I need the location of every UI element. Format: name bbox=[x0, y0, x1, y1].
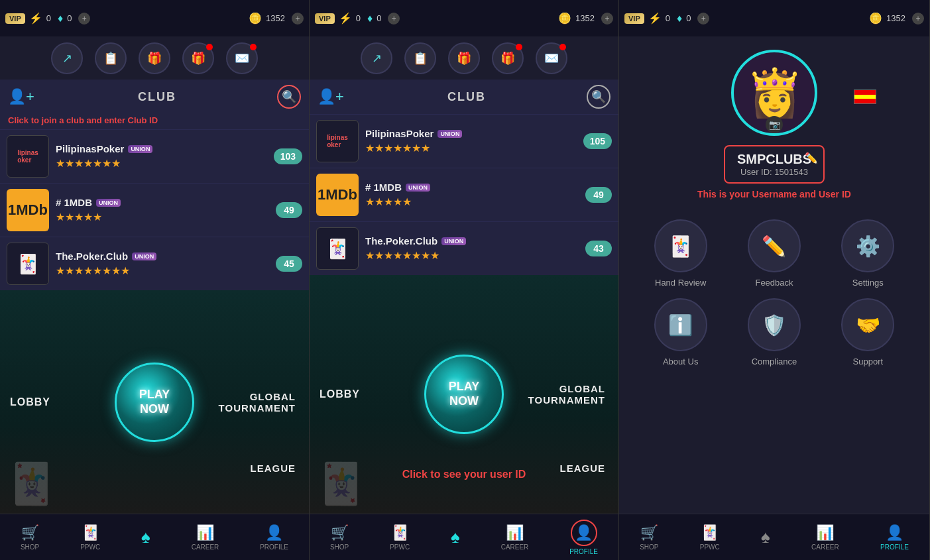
gem-count-2: 0 bbox=[377, 13, 381, 23]
spade-icon-3: ♠ bbox=[761, 527, 770, 547]
profile-icon-3: 👤 bbox=[886, 524, 903, 541]
lobby-label-2[interactable]: LOBBY bbox=[320, 388, 360, 400]
top-bar-2: VIP ⚡ 0 ♦ 0 + 🪙 1352 + bbox=[310, 0, 618, 36]
lobby-label-1[interactable]: LOBBY bbox=[10, 396, 50, 408]
gift-btn-2[interactable]: 🎁 bbox=[448, 42, 480, 74]
nav-career-3[interactable]: 📊 CAREER bbox=[811, 524, 839, 551]
club-item-poker-1[interactable]: 🃏 The.Poker.Club UNION ★★★★★★★★ 45 bbox=[0, 237, 309, 290]
league-label-1[interactable]: LEAGUE bbox=[250, 463, 296, 474]
nav-profile-2[interactable]: 👤 PROFILE bbox=[569, 520, 598, 555]
avatar-circle[interactable]: 👸 📷 bbox=[731, 50, 817, 136]
nav-spade-2[interactable]: ♠ bbox=[451, 527, 460, 547]
menu-feedback[interactable]: ✏️ Feedback bbox=[732, 219, 815, 288]
nav-career-2[interactable]: 📊 CAREER bbox=[501, 524, 529, 551]
gem-count-1: 0 bbox=[67, 13, 72, 23]
nav-shop-1[interactable]: 🛒 SHOP bbox=[21, 524, 39, 551]
club-stars-1mdb-1: ★★★★★ bbox=[56, 211, 276, 223]
lightning-icon-3: ⚡ bbox=[648, 12, 662, 25]
club-stars-poker-1: ★★★★★★★★ bbox=[56, 264, 276, 277]
coin-plus-btn-3[interactable]: + bbox=[912, 13, 924, 25]
nav-shop-label-3: SHOP bbox=[640, 543, 658, 551]
nav-profile-3[interactable]: 👤 PROFILE bbox=[880, 524, 909, 551]
play-now-btn-1[interactable]: PLAYNOW bbox=[115, 363, 194, 442]
nav-ppwc-2[interactable]: 🃏 PPWC bbox=[390, 524, 410, 551]
search-btn-1[interactable]: 🔍 bbox=[277, 85, 301, 109]
gem-plus-btn-3[interactable]: + bbox=[697, 13, 709, 25]
coin-plus-btn-1[interactable]: + bbox=[292, 13, 304, 25]
avatar-queen-icon: 👸 bbox=[746, 70, 803, 116]
nav-ppwc-label-2: PPWC bbox=[390, 543, 410, 551]
club-header-1: 👤+ CLUB 🔍 bbox=[0, 80, 309, 114]
nav-spade-3[interactable]: ♠ bbox=[761, 527, 770, 547]
nav-shop-2[interactable]: 🛒 SHOP bbox=[330, 524, 349, 551]
club-logo-pilipinas-2: lipinasoker bbox=[316, 120, 359, 162]
club-item-pilipinas-2[interactable]: lipinasoker PilipinasPoker UNION ★★★★★★★… bbox=[310, 114, 618, 168]
vip-badge-1[interactable]: VIP bbox=[5, 13, 25, 24]
coin-plus-btn-2[interactable]: + bbox=[601, 13, 613, 25]
panel-1: VIP ⚡ 0 ♦ 0 + 🪙 1352 + ↗ 📋 🎁 🎁 ✉️ 👤+ CLU… bbox=[0, 0, 310, 560]
nav-shop-3[interactable]: 🛒 SHOP bbox=[640, 524, 658, 551]
vip-badge-2[interactable]: VIP bbox=[315, 13, 335, 24]
menu-compliance[interactable]: 🛡️ Compliance bbox=[732, 298, 815, 366]
username-box[interactable]: SMPCLUBS User ID: 1501543 ✏️ bbox=[724, 145, 825, 184]
calendar-btn-1[interactable]: 📋 bbox=[95, 42, 127, 74]
club-list-1: lipinasoker PilipinasPoker UNION ★★★★★★★… bbox=[0, 129, 309, 290]
search-btn-2[interactable]: 🔍 bbox=[587, 85, 610, 109]
settings-label: Settings bbox=[852, 278, 884, 288]
club-item-1mdb-1[interactable]: 1MDb # 1MDB UNION ★★★★★ 49 bbox=[0, 183, 309, 237]
club-count-pilipinas-1: 103 bbox=[274, 148, 302, 164]
gift-btn-1[interactable]: 🎁 bbox=[139, 42, 170, 74]
mail-btn-2[interactable]: ✉️ bbox=[536, 42, 567, 74]
shop-icon-1: 🛒 bbox=[21, 524, 39, 541]
nav-career-1[interactable]: 📊 CAREER bbox=[192, 524, 219, 551]
career-icon-3: 📊 bbox=[816, 524, 834, 541]
menu-hand-review[interactable]: 🃏 Hand Review bbox=[639, 219, 722, 288]
about-us-label: About Us bbox=[663, 357, 698, 366]
share-btn-2[interactable]: ↗ bbox=[361, 42, 392, 74]
global-label-1[interactable]: GLOBALTOURNAMENT bbox=[219, 391, 296, 414]
profile-highlight-circle: 👤 bbox=[571, 520, 597, 546]
club-count-poker-1: 45 bbox=[276, 256, 302, 272]
club-item-poker-2[interactable]: 🃏 The.Poker.Club UNION ★★★★★★★★ 43 bbox=[310, 221, 618, 275]
play-now-text-2: PLAYNOW bbox=[449, 380, 479, 408]
play-now-btn-2[interactable]: PLAYNOW bbox=[424, 355, 504, 434]
camera-icon[interactable]: 📷 bbox=[766, 116, 783, 133]
gem-plus-btn-1[interactable]: + bbox=[78, 13, 90, 25]
share-btn-1[interactable]: ↗ bbox=[51, 42, 83, 74]
spade-icon-2: ♠ bbox=[451, 527, 460, 547]
club-list-2: lipinasoker PilipinasPoker UNION ★★★★★★★… bbox=[310, 114, 618, 275]
club-item-pilipinas-1[interactable]: lipinasoker PilipinasPoker UNION ★★★★★★★… bbox=[0, 129, 309, 183]
country-flag bbox=[854, 89, 876, 104]
menu-settings[interactable]: ⚙️ Settings bbox=[827, 219, 909, 288]
nav-spade-1[interactable]: ♠ bbox=[141, 527, 150, 547]
club-logo-1mdb-1: 1MDb bbox=[7, 189, 49, 231]
nav-ppwc-1[interactable]: 🃏 PPWC bbox=[80, 524, 100, 551]
action-row-2: ↗ 📋 🎁 🎁 ✉️ bbox=[310, 36, 618, 80]
mail-btn-1[interactable]: ✉️ bbox=[226, 42, 258, 74]
play-now-text-1: PLAYNOW bbox=[139, 388, 170, 416]
shop-icon-2: 🛒 bbox=[331, 524, 349, 541]
calendar-btn-2[interactable]: 📋 bbox=[404, 42, 436, 74]
menu-support[interactable]: 🤝 Support bbox=[827, 298, 909, 366]
coin-count-1: 1352 bbox=[266, 13, 285, 23]
global-label-2[interactable]: GLOBALTOURNAMENT bbox=[528, 383, 605, 406]
club-hint-1[interactable]: Click to join a club and enter Club ID bbox=[0, 114, 309, 129]
gift2-btn-2[interactable]: 🎁 bbox=[492, 42, 524, 74]
union-badge-5: UNION bbox=[406, 184, 430, 192]
nav-ppwc-3[interactable]: 🃏 PPWC bbox=[700, 524, 720, 551]
top-bar-1: VIP ⚡ 0 ♦ 0 + 🪙 1352 + bbox=[0, 0, 309, 36]
gift2-btn-1[interactable]: 🎁 bbox=[182, 42, 214, 74]
right-labels-2: GLOBALTOURNAMENT bbox=[528, 383, 605, 406]
gem-plus-btn-2[interactable]: + bbox=[388, 13, 400, 25]
nav-career-label-2: CAREER bbox=[501, 543, 529, 551]
panel-2: VIP ⚡ 0 ♦ 0 + 🪙 1352 + ↗ 📋 🎁 🎁 ✉️ 👤+ CLU… bbox=[310, 0, 619, 560]
menu-about-us[interactable]: ℹ️ About Us bbox=[639, 298, 722, 366]
action-row-1: ↗ 📋 🎁 🎁 ✉️ bbox=[0, 36, 309, 80]
club-item-1mdb-2[interactable]: 1MDb # 1MDB UNION ★★★★★ 49 bbox=[310, 168, 618, 221]
club-name-pilipinas-1: PilipinasPoker UNION bbox=[56, 143, 274, 154]
edit-icon[interactable]: ✏️ bbox=[805, 152, 818, 164]
vip-badge-3[interactable]: VIP bbox=[624, 13, 644, 24]
club-logo-pilipinas-1: lipinasoker bbox=[7, 135, 49, 178]
club-stars-poker-2: ★★★★★★★★ bbox=[365, 249, 585, 262]
nav-profile-1[interactable]: 👤 PROFILE bbox=[260, 524, 288, 551]
